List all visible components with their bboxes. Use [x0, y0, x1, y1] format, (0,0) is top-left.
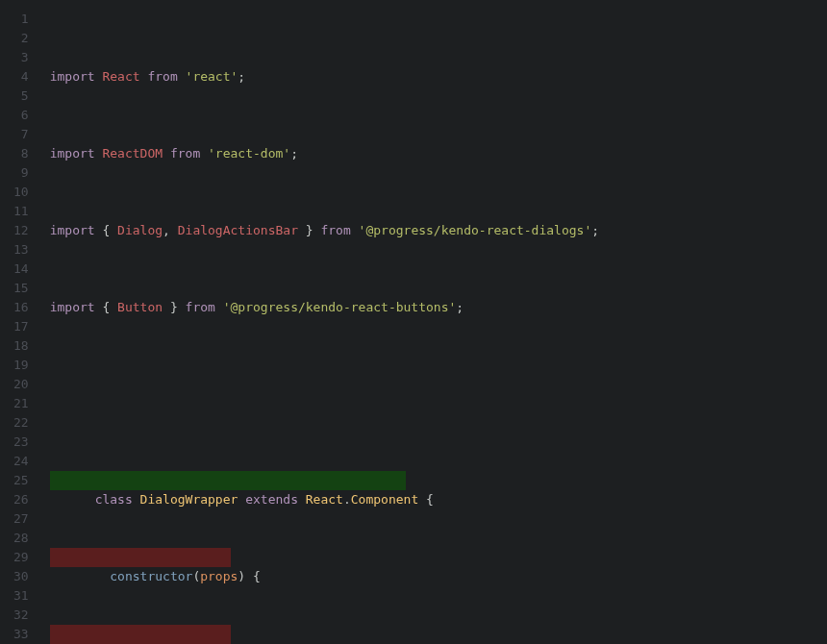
line-number: 11	[13, 202, 29, 221]
line-number: 5	[13, 87, 29, 106]
line-number: 14	[13, 260, 29, 279]
line-number: 15	[13, 279, 29, 298]
line-number: 28	[13, 529, 29, 548]
code-line: super(props);	[50, 606, 827, 625]
line-number: 22	[13, 413, 29, 433]
code-line: import { Button } from '@progress/kendo-…	[50, 298, 827, 317]
line-number: 3	[13, 48, 29, 67]
line-number: 8	[13, 144, 29, 163]
line-number: 26	[13, 490, 29, 509]
diff-removed-highlight	[50, 625, 231, 644]
code-line: import React from 'react';	[50, 67, 827, 87]
line-number: 7	[13, 125, 29, 144]
line-number: 33	[13, 625, 29, 644]
line-number: 31	[13, 586, 29, 606]
line-number: 16	[13, 298, 29, 317]
line-number: 24	[13, 452, 29, 471]
line-number: 9	[13, 163, 29, 183]
line-number: 19	[13, 356, 29, 375]
line-number: 29	[13, 548, 29, 567]
code-line: import { Dialog, DialogActionsBar } from…	[50, 221, 827, 240]
line-number: 30	[13, 567, 29, 586]
diff-added-highlight	[50, 471, 406, 490]
line-number: 23	[13, 433, 29, 452]
line-number: 21	[13, 394, 29, 413]
line-number: 12	[13, 221, 29, 240]
code-area[interactable]: import React from 'react'; import ReactD…	[42, 0, 827, 644]
diff-removed-highlight	[50, 548, 231, 567]
code-line	[50, 375, 827, 394]
line-number: 2	[13, 29, 29, 48]
code-editor[interactable]: 1234567891011121314151617181920212223242…	[0, 0, 827, 644]
code-line: class DialogWrapper extends React.Compon…	[50, 452, 827, 471]
code-line: constructor(props) {	[50, 529, 827, 548]
line-number: 13	[13, 240, 29, 260]
line-number: 17	[13, 317, 29, 336]
line-number: 1	[13, 10, 29, 29]
line-number: 20	[13, 375, 29, 394]
line-number: 6	[13, 106, 29, 125]
line-number: 10	[13, 183, 29, 202]
line-number: 27	[13, 509, 29, 529]
line-number: 25	[13, 471, 29, 490]
code-line: import ReactDOM from 'react-dom';	[50, 144, 827, 163]
line-number: 18	[13, 336, 29, 356]
line-number-gutter: 1234567891011121314151617181920212223242…	[0, 0, 42, 644]
line-number: 32	[13, 606, 29, 625]
line-number: 4	[13, 67, 29, 87]
